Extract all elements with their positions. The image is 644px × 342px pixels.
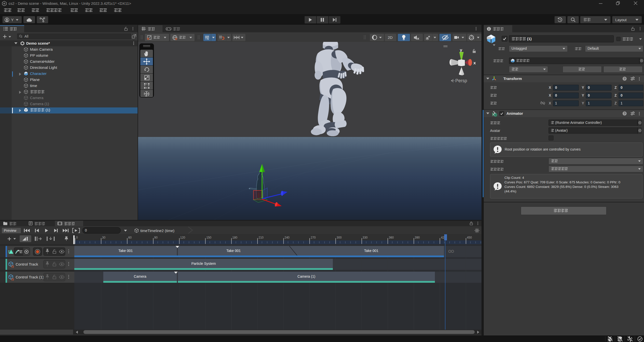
svg-text:0: 0 [76, 236, 78, 239]
svg-text:{}: {} [11, 265, 14, 268]
svg-text:180: 180 [232, 236, 237, 239]
svg-text:?: ? [624, 112, 626, 116]
svg-text:330: 330 [363, 236, 368, 239]
svg-text:x: x [473, 61, 476, 65]
svg-text:450: 450 [467, 236, 472, 239]
svg-text:60: 60 [128, 236, 132, 239]
svg-text:Y: Y [207, 38, 209, 40]
svg-text:300: 300 [337, 236, 342, 239]
svg-text:y: y [460, 48, 462, 52]
svg-text:360: 360 [389, 236, 394, 239]
svg-text:270: 270 [311, 236, 316, 239]
svg-text:?: ? [624, 77, 626, 81]
svg-text:{}: {} [11, 277, 14, 281]
svg-text:30: 30 [102, 236, 106, 239]
svg-text:120: 120 [180, 236, 185, 239]
svg-text:150: 150 [206, 236, 211, 239]
svg-text:Persp: Persp [455, 78, 467, 83]
svg-text:210: 210 [259, 236, 264, 239]
svg-text:240: 240 [284, 236, 289, 239]
svg-text:90: 90 [154, 236, 158, 239]
svg-text:390: 390 [415, 236, 420, 239]
